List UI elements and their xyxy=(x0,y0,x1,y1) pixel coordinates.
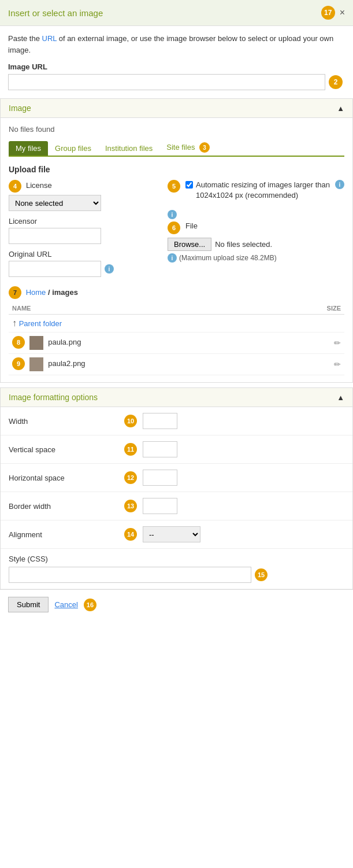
cancel-button[interactable]: Cancel xyxy=(54,600,77,609)
auto-resize-label: Automatic resizing of images larger than… xyxy=(196,180,332,201)
alignment-row: Alignment 14 -- Left Right Center xyxy=(1,520,352,549)
table-row[interactable]: 9 paula2.png ✏ xyxy=(9,354,344,375)
tab-my-files[interactable]: My files xyxy=(9,141,48,156)
image-url-row: 2 xyxy=(8,74,345,90)
image-url-label: Image URL xyxy=(8,62,345,71)
close-button[interactable]: × xyxy=(340,8,345,18)
badge-15: 15 xyxy=(255,568,267,581)
breadcrumb: 7 Home / images xyxy=(9,286,344,299)
parent-folder-link[interactable]: Parent folder xyxy=(19,319,62,328)
no-file-text: No files selected. xyxy=(215,240,272,249)
col-size: SIZE xyxy=(274,302,344,315)
browse-button[interactable]: Browse... xyxy=(168,238,211,251)
license-select[interactable]: None selected CC BY CC BY-SA CC BY-ND Pu… xyxy=(9,195,101,211)
footer-row: Submit Cancel 16 xyxy=(0,590,353,619)
file-label-row: 6 File xyxy=(168,221,344,234)
badge-10: 10 xyxy=(124,415,137,427)
badge-7: 7 xyxy=(9,286,21,299)
image-section-chevron: ▲ xyxy=(337,104,344,113)
no-files-text: No files found xyxy=(9,125,344,134)
file-label: File xyxy=(185,221,198,230)
badge-9: 9 xyxy=(12,357,25,370)
upload-right: 5 Automatic resizing of images larger th… xyxy=(168,180,344,263)
upload-title: Upload file xyxy=(9,165,344,174)
edit-icon-2[interactable]: ✏ xyxy=(334,360,341,369)
breadcrumb-current: images xyxy=(52,288,78,297)
vspace-row: Vertical space 11 xyxy=(1,435,352,464)
badge-6: 6 xyxy=(168,221,180,234)
tab-group-files[interactable]: Group files xyxy=(48,141,98,156)
file-name-2: paula2.png xyxy=(48,359,85,368)
file-browse-row: Browse... No files selected. xyxy=(168,238,344,251)
auto-resize-info-icon: i xyxy=(335,180,344,189)
site-files-badge: 3 xyxy=(199,142,210,153)
formatting-chevron: ▲ xyxy=(337,393,344,402)
hspace-label: Horizontal space xyxy=(9,474,124,482)
dialog-title: Insert or select an image xyxy=(8,8,103,18)
header-badge: 17 xyxy=(321,6,335,20)
vspace-label: Vertical space xyxy=(9,445,124,454)
submit-button[interactable]: Submit xyxy=(8,597,49,612)
breadcrumb-home[interactable]: Home xyxy=(26,288,46,297)
desc-before-link: Paste the xyxy=(8,34,42,43)
tab-institution-files[interactable]: Institution files xyxy=(98,141,159,156)
hspace-input-row: 12 xyxy=(124,470,177,486)
image-section-title: Image xyxy=(9,104,31,113)
alignment-input-row: 14 -- Left Right Center xyxy=(124,526,200,542)
badge-5: 5 xyxy=(168,180,180,193)
image-section: Image ▲ No files found My files Group fi… xyxy=(0,98,353,383)
image-url-input[interactable] xyxy=(8,74,325,90)
border-row: Border width 13 xyxy=(1,492,352,520)
width-label: Width xyxy=(9,417,124,426)
auto-resize-checkbox[interactable] xyxy=(185,181,193,189)
width-input[interactable] xyxy=(143,413,177,429)
formatting-section: Image formatting options ▲ Width 10 Vert… xyxy=(0,387,353,590)
max-upload-text: (Maximum upload size 48.2MB) xyxy=(179,254,277,262)
image-section-body: No files found My files Group files Inst… xyxy=(0,118,353,383)
col-name: NAME xyxy=(9,302,274,315)
description-text: Paste the URL of an external image, or u… xyxy=(0,26,353,62)
badge-4: 4 xyxy=(9,180,21,193)
dialog-header: Insert or select an image 17 × xyxy=(0,0,353,26)
tab-site-files[interactable]: Site files 3 xyxy=(159,139,219,156)
width-row: Width 10 xyxy=(1,407,352,435)
style-input[interactable] xyxy=(9,567,251,583)
auto-resize-checkbox-row: Automatic resizing of images larger than… xyxy=(185,180,344,201)
file-info-icon: i xyxy=(168,253,177,263)
edit-icon-1[interactable]: ✏ xyxy=(334,338,341,348)
border-input[interactable] xyxy=(143,498,177,514)
url-badge: 2 xyxy=(329,75,343,89)
auto-resize-info-icon2: i xyxy=(168,210,177,219)
desc-after-link: of an external image, or use the image b… xyxy=(8,34,333,54)
badge-13: 13 xyxy=(124,500,137,512)
badge-16: 16 xyxy=(84,599,96,611)
table-row[interactable]: 8 paula.png ✏ xyxy=(9,333,344,354)
original-url-input[interactable] xyxy=(9,261,101,277)
badge-14: 14 xyxy=(124,528,137,541)
original-url-info-icon: i xyxy=(105,264,114,274)
badge-11: 11 xyxy=(124,443,137,456)
vspace-input[interactable] xyxy=(143,441,177,457)
original-url-row: Original URL i xyxy=(9,250,156,277)
breadcrumb-separator: / xyxy=(46,288,52,297)
file-thumb-2 xyxy=(29,357,43,371)
auto-resize-row: 5 Automatic resizing of images larger th… xyxy=(168,180,344,205)
formatting-section-header[interactable]: Image formatting options ▲ xyxy=(0,387,353,407)
license-select-row: None selected CC BY CC BY-SA CC BY-ND Pu… xyxy=(9,195,156,211)
file-name-1: paula.png xyxy=(48,338,81,346)
file-tabs: My files Group files Institution files S… xyxy=(9,139,344,157)
upload-left: 4 License None selected CC BY CC BY-SA C… xyxy=(9,180,156,277)
upload-row: 4 License None selected CC BY CC BY-SA C… xyxy=(9,180,344,277)
formatting-section-body: Width 10 Vertical space 11 Horizontal sp… xyxy=(0,407,353,590)
image-section-header[interactable]: Image ▲ xyxy=(0,98,353,118)
hspace-input[interactable] xyxy=(143,470,177,486)
style-row: Style (CSS) 15 xyxy=(1,549,352,589)
table-row-parent[interactable]: ↑ Parent folder xyxy=(9,315,344,333)
hspace-row: Horizontal space 12 xyxy=(1,464,352,492)
licensor-row: Licensor xyxy=(9,217,156,244)
licensor-input[interactable] xyxy=(9,228,101,244)
alignment-select[interactable]: -- Left Right Center xyxy=(143,526,200,542)
width-input-row: 10 xyxy=(124,413,177,429)
url-link[interactable]: URL xyxy=(42,34,57,43)
badge-8: 8 xyxy=(12,336,25,349)
